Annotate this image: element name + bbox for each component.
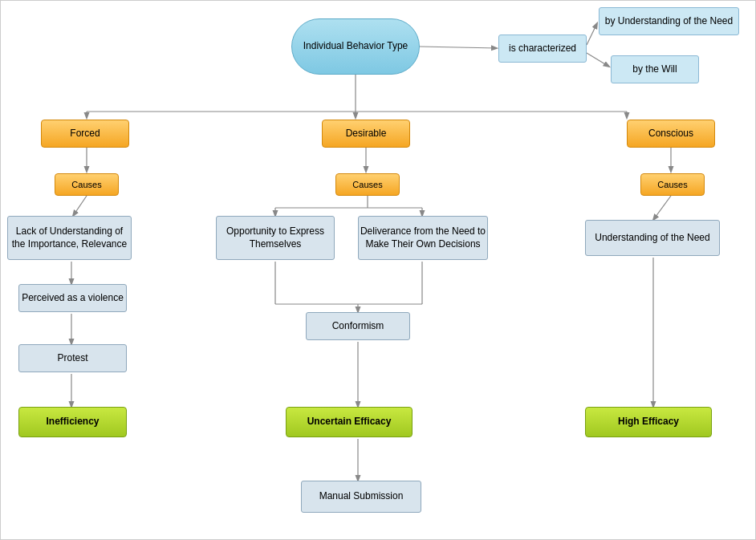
conformism-node: Conformism: [306, 312, 410, 340]
lack-understanding: Lack of Understanding of the Importance,…: [7, 216, 132, 260]
by-understanding-need: by Understanding of the Need: [599, 7, 739, 35]
desirable-node: Desirable: [322, 120, 410, 148]
opportunity-express: Opportunity to Express Themselves: [216, 216, 335, 260]
svg-line-1: [587, 23, 597, 45]
uncertain-efficacy-node: Uncertain Efficacy: [286, 407, 413, 437]
svg-line-12: [73, 196, 87, 216]
forced-node: Forced: [41, 120, 129, 148]
conscious-node: Conscious: [627, 120, 715, 148]
protest-node: Protest: [18, 344, 127, 372]
is-characterized: is characterized: [498, 35, 587, 63]
by-the-will: by the Will: [611, 55, 699, 83]
inefficiency-node: Inefficiency: [18, 407, 127, 437]
high-efficacy-node: High Efficacy: [585, 407, 712, 437]
deliverance-node: Deliverance from the Need to Make Their …: [358, 216, 488, 260]
causes-conscious: Causes: [640, 173, 705, 196]
perceived-violence: Perceived as a violence: [18, 284, 127, 312]
causes-forced: Causes: [55, 173, 119, 196]
understanding-need: Understanding of the Need: [585, 220, 720, 256]
diagram: Individual Behavior Type is characterize…: [0, 0, 756, 540]
manual-submission: Manual Submission: [301, 481, 421, 513]
svg-line-2: [587, 53, 609, 67]
individual-behavior-type: Individual Behavior Type: [291, 18, 420, 75]
causes-desirable: Causes: [335, 173, 400, 196]
svg-line-18: [653, 196, 671, 220]
svg-line-0: [420, 47, 497, 48]
